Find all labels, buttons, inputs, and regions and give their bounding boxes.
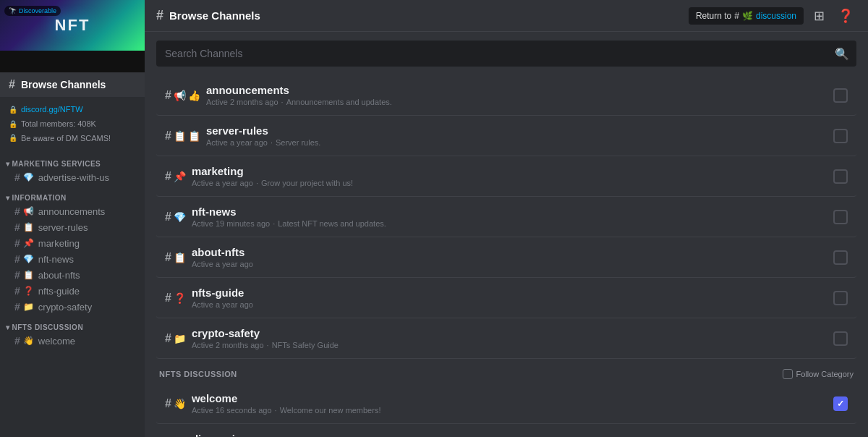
sidebar-channel-announcements[interactable]: # 📢 announcements <box>3 203 142 219</box>
channel-description: Grow your project with us! <box>261 179 353 187</box>
channel-item-info: announcements Active 2 months ago · Anno… <box>206 84 392 106</box>
channel-hash-icon: # <box>165 89 171 102</box>
sidebar: NFT 🔭 Discoverable # Browse Channels 🔒 d… <box>0 0 145 437</box>
sidebar-section-nfts-discussion: ▾ NFTS DISCUSSION # 👋 welcome <box>0 321 145 349</box>
question-icon: ❓ <box>174 292 186 304</box>
meta-separator: · <box>273 219 275 228</box>
nfts-discussion-category: NFTS DISCUSSION Follow Category <box>156 359 856 383</box>
channel-list: # 📢 👍 announcements Active 2 months ago … <box>145 75 868 437</box>
channel-item-nfts-guide[interactable]: # ❓ nfts-guide Active a year ago <box>156 278 856 318</box>
channel-checkbox[interactable] <box>833 169 848 184</box>
channel-name: crypto-safety <box>192 327 339 339</box>
return-button[interactable]: Return to # 🌿 discussion <box>689 7 804 25</box>
view-toggle-button[interactable]: ⊞ <box>811 5 827 27</box>
channel-checkbox[interactable] <box>833 250 848 265</box>
channel-item-nft-news[interactable]: # 💎 nft-news Active 19 minutes ago · Lat… <box>156 197 856 237</box>
channel-hash-icon: # <box>165 170 171 183</box>
channel-item-discussion[interactable]: # 🌿 discussion Active 16 seconds ago · N… <box>156 424 856 437</box>
sidebar-channel-marketing[interactable]: # 📌 marketing <box>3 235 142 251</box>
channel-checkbox-checked[interactable]: ✓ <box>833 396 848 411</box>
meta-separator: · <box>275 406 277 415</box>
sidebar-section-title-discussion[interactable]: ▾ NFTS DISCUSSION <box>0 321 145 333</box>
channel-item-left: # 💎 nft-news Active 19 minutes ago · Lat… <box>165 205 833 228</box>
page-title: Browse Channels <box>169 9 260 22</box>
thumbsup-icon: 👍 <box>188 90 200 101</box>
channel-activity: Active 19 minutes ago <box>192 219 270 228</box>
channel-item-left: # 📋 📋 server-rules Active a year ago · S… <box>165 124 833 147</box>
follow-checkbox[interactable] <box>783 369 793 379</box>
browse-channels-sidebar-btn[interactable]: # Browse Channels <box>0 72 145 97</box>
channel-checkbox[interactable] <box>833 88 848 103</box>
help-button[interactable]: ❓ <box>835 5 856 27</box>
channel-hash-icon: # <box>165 130 171 143</box>
chevron-down-icon-disc: ▾ <box>6 323 10 331</box>
channel-description: NFTs Safety Guide <box>272 341 339 349</box>
sidebar-channel-nfts-guide[interactable]: # ❓ nfts-guide <box>3 283 142 299</box>
channel-activity: Active 2 months ago <box>206 98 278 106</box>
channel-icons: # 📋 <box>165 251 186 264</box>
sidebar-channel-welcome[interactable]: # 👋 welcome <box>3 333 142 349</box>
sidebar-channel-server-rules[interactable]: # 📋 server-rules <box>3 219 142 235</box>
channel-emoji-icon: ❓ <box>23 286 34 296</box>
channel-label: server-rules <box>38 222 88 233</box>
channel-item-announcements[interactable]: # 📢 👍 announcements Active 2 months ago … <box>156 75 856 116</box>
sidebar-channel-crypto-safety[interactable]: # 📁 crypto-safety <box>3 299 142 315</box>
channel-emoji-icon: 💎 <box>23 172 34 182</box>
channel-emoji-icon: 📁 <box>23 302 34 312</box>
channel-item-server-rules[interactable]: # 📋 📋 server-rules Active a year ago · S… <box>156 116 856 156</box>
channel-item-info: marketing Active a year ago · Grow your … <box>192 165 353 187</box>
channel-hash-icon: # <box>165 397 171 410</box>
channel-item-marketing[interactable]: # 📌 marketing Active a year ago · Grow y… <box>156 156 856 197</box>
hash-icon: # <box>9 78 15 91</box>
channel-checkbox[interactable] <box>833 210 848 224</box>
server-warning-item: 🔒 Be aware of DM SCAMS! <box>9 132 136 146</box>
channel-hash-icon: # <box>14 237 20 249</box>
sidebar-channel-advertise-with-us[interactable]: # 💎 advertise-with-us <box>3 169 142 185</box>
channel-name: welcome <box>192 392 381 404</box>
search-input[interactable] <box>156 41 856 67</box>
channel-item-left: # 🌿 discussion Active 16 seconds ago · N… <box>165 433 833 437</box>
channel-item-crypto-safety[interactable]: # 📁 crypto-safety Active 2 months ago · … <box>156 318 856 359</box>
clipboard-icon: 📋 <box>188 130 200 142</box>
channel-icons: # ❓ <box>165 292 186 305</box>
sidebar-channel-nft-news[interactable]: # 💎 nft-news <box>3 251 142 267</box>
channel-emoji-icon: 📌 <box>23 238 34 248</box>
channel-icons: # 📁 <box>165 332 186 345</box>
sidebar-section-title-information[interactable]: ▾ INFORMATION <box>0 191 145 203</box>
channel-item-left: # 📢 👍 announcements Active 2 months ago … <box>165 84 833 106</box>
channel-meta: Active 16 seconds ago · Welcome our new … <box>192 406 381 415</box>
channel-emoji-icon: 💎 <box>23 254 34 264</box>
channel-item-welcome[interactable]: # 👋 welcome Active 16 seconds ago · Welc… <box>156 383 856 424</box>
main-header: # Browse Channels Return to # 🌿 discussi… <box>145 0 868 32</box>
channel-label: marketing <box>38 238 80 249</box>
server-header[interactable]: NFT 🔭 Discoverable <box>0 0 145 72</box>
channel-label: about-nfts <box>38 270 80 281</box>
channel-item-left: # 📌 marketing Active a year ago · Grow y… <box>165 165 833 187</box>
server-logo-text: NFT <box>55 16 90 35</box>
sidebar-section-title-marketing[interactable]: ▾ MARKETING SERVICES <box>0 157 145 169</box>
wave-icon: 👋 <box>174 398 186 410</box>
channel-description: Announcements and updates. <box>286 98 392 106</box>
channel-item-about-nfts[interactable]: # 📋 about-nfts Active a year ago <box>156 237 856 278</box>
channel-item-info: crypto-safety Active 2 months ago · NFTs… <box>192 327 339 349</box>
sidebar-channel-about-nfts[interactable]: # 📋 about-nfts <box>3 267 142 283</box>
sidebar-section-marketing: ▾ MARKETING SERVICES # 💎 advertise-with-… <box>0 157 145 185</box>
meta-separator: · <box>267 341 269 349</box>
channel-activity: Active a year ago <box>192 300 253 309</box>
channel-label: advertise-with-us <box>38 172 109 183</box>
channel-hash-icon: # <box>14 335 20 347</box>
channel-icons: # 👋 <box>165 397 186 410</box>
channel-checkbox[interactable] <box>833 291 848 305</box>
channel-item-left: # ❓ nfts-guide Active a year ago <box>165 287 833 309</box>
channel-checkbox[interactable] <box>833 331 848 346</box>
folder-icon: 📁 <box>174 333 186 344</box>
channel-emoji-icon: 📢 <box>23 206 34 216</box>
lock-icon-warning: 🔒 <box>9 132 17 145</box>
channel-meta: Active 2 months ago · Announcements and … <box>206 98 392 106</box>
channel-activity: Active a year ago <box>206 138 268 147</box>
follow-category-button[interactable]: Follow Category <box>783 369 854 379</box>
channel-activity: Active 16 seconds ago <box>192 406 272 415</box>
channel-checkbox[interactable] <box>833 129 848 143</box>
channel-hash-icon: # <box>14 301 20 313</box>
channel-emoji-icon: 📋 <box>23 270 34 280</box>
